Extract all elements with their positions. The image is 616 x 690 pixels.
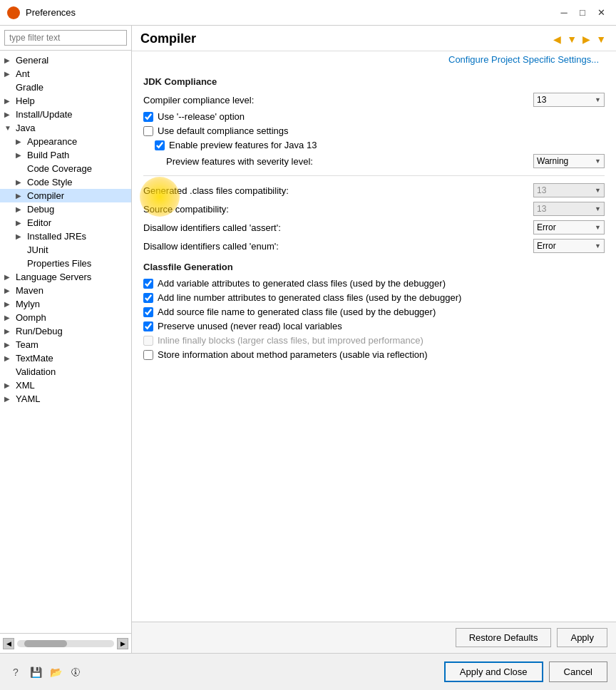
cb6-row: Store information about method parameter…: [143, 349, 605, 360]
use-release-checkbox[interactable]: [143, 112, 153, 122]
sidebar-item-validation[interactable]: Validation: [0, 365, 131, 379]
disallow-assert-arrow: ▼: [595, 224, 601, 231]
apply-button[interactable]: Apply: [557, 628, 607, 647]
sidebar-item-debug[interactable]: ▶Debug: [0, 202, 131, 216]
sidebar-item-label-appearance: Appearance: [27, 136, 77, 147]
cb2-checkbox[interactable]: [143, 293, 153, 303]
configure-project-link[interactable]: Configure Project Specific Settings...: [440, 51, 607, 68]
use-default-label: Use default compliance settings: [158, 125, 289, 136]
sidebar-item-help[interactable]: ▶Help: [0, 94, 131, 108]
sidebar-item-install-update[interactable]: ▶Install/Update: [0, 108, 131, 121]
sidebar-item-label-maven: Maven: [16, 285, 43, 296]
arrow-icon-oomph: ▶: [4, 314, 16, 321]
arrow-icon-build-path: ▶: [16, 151, 27, 159]
sidebar-item-mylyn[interactable]: ▶Mylyn: [0, 297, 131, 311]
nav-back-button[interactable]: ◀: [552, 32, 563, 46]
cb4-checkbox[interactable]: [143, 321, 153, 331]
arrow-icon-ant: ▶: [4, 70, 16, 78]
sidebar-item-run-debug[interactable]: ▶Run/Debug: [0, 324, 131, 338]
sidebar-item-team[interactable]: ▶Team: [0, 338, 131, 351]
disallow-enum-dropdown[interactable]: Error ▼: [533, 239, 605, 253]
compliance-level-dropdown[interactable]: 13 ▼: [533, 93, 605, 107]
sidebar-item-language-servers[interactable]: ▶Language Servers: [0, 270, 131, 284]
restore-defaults-button[interactable]: Restore Defaults: [456, 628, 552, 647]
sidebar-item-gradle[interactable]: Gradle: [0, 81, 131, 94]
sidebar-item-yaml[interactable]: ▶YAML: [0, 392, 131, 406]
sidebar-item-label-team: Team: [16, 339, 38, 350]
nav-dropdown-forward[interactable]: ▼: [595, 32, 607, 46]
scroll-right-arrow[interactable]: ▶: [117, 638, 128, 649]
cb6-checkbox[interactable]: [143, 350, 153, 360]
sidebar-item-appearance[interactable]: ▶Appearance: [0, 135, 131, 148]
sidebar-item-java[interactable]: ▼Java: [0, 121, 131, 135]
jdk-compliance-header: JDK Compliance: [143, 76, 605, 87]
sidebar-item-build-path[interactable]: ▶Build Path: [0, 148, 131, 162]
sidebar-item-label-xml: XML: [16, 380, 35, 391]
sidebar-item-label-validation: Validation: [16, 366, 56, 377]
sidebar-item-code-coverage[interactable]: Code Coverage: [0, 162, 131, 175]
arrow-icon-textmate: ▶: [4, 354, 16, 362]
compliance-level-value: 13: [537, 95, 592, 105]
disallow-assert-value: Error: [537, 222, 592, 232]
sidebar-item-xml[interactable]: ▶XML: [0, 379, 131, 392]
sidebar-item-label-help: Help: [16, 96, 35, 106]
cb4-row: Preserve unused (never read) local varia…: [143, 321, 605, 331]
sidebar-item-properties-files[interactable]: Properties Files: [0, 257, 131, 270]
arrow-icon-appearance: ▶: [16, 138, 27, 145]
sidebar-item-maven[interactable]: ▶Maven: [0, 284, 131, 297]
separator-1: [143, 175, 605, 176]
nav-arrows: ◀ ▼ ▶ ▼: [552, 32, 607, 46]
sidebar-item-general[interactable]: ▶General: [0, 53, 131, 67]
maximize-button[interactable]: □: [575, 5, 590, 21]
cb3-checkbox[interactable]: [143, 307, 153, 317]
cancel-button[interactable]: Cancel: [549, 661, 607, 682]
help-icon[interactable]: ?: [9, 665, 23, 679]
use-default-row: Use default compliance settings: [143, 125, 605, 136]
scroll-track: [17, 640, 114, 647]
sidebar-item-code-style[interactable]: ▶Code Style: [0, 175, 131, 189]
arrow-icon-general: ▶: [4, 56, 16, 64]
source-compat-arrow: ▼: [595, 205, 601, 212]
cb1-checkbox[interactable]: [143, 279, 153, 289]
sidebar-item-ant[interactable]: ▶Ant: [0, 67, 131, 81]
sidebar-item-editor[interactable]: ▶Editor: [0, 216, 131, 230]
page-title: Compiler: [140, 31, 196, 46]
cb6-label: Store information about method parameter…: [158, 349, 428, 360]
minimize-button[interactable]: ─: [556, 5, 572, 21]
use-release-row: Use '--release' option: [143, 111, 605, 122]
sidebar-item-junit[interactable]: JUnit: [0, 243, 131, 257]
sidebar-item-label-code-coverage: Code Coverage: [27, 163, 92, 174]
arrow-icon-help: ▶: [4, 97, 16, 105]
info-icon[interactable]: 🛈: [68, 665, 83, 679]
sidebar-item-installed-jres[interactable]: ▶Installed JREs: [0, 230, 131, 243]
source-compat-dropdown[interactable]: 13 ▼: [533, 202, 605, 216]
sidebar-item-label-compiler: Compiler: [27, 190, 64, 201]
use-default-checkbox[interactable]: [143, 126, 153, 136]
export-icon[interactable]: 💾: [29, 665, 43, 679]
import-icon[interactable]: 📂: [48, 665, 63, 679]
window-title: Preferences: [26, 7, 550, 18]
generated-compat-dropdown[interactable]: 13 ▼: [533, 183, 605, 197]
window-controls: ─ □ ✕: [556, 5, 609, 21]
arrow-icon-java: ▼: [4, 124, 16, 132]
enable-preview-row: Enable preview features for Java 13: [143, 140, 605, 150]
arrow-icon-editor: ▶: [16, 219, 27, 227]
nav-forward-button[interactable]: ▶: [581, 32, 592, 46]
disallow-enum-label: Disallow identifiers called 'enum':: [143, 241, 528, 252]
sidebar-item-label-ant: Ant: [16, 68, 30, 79]
disallow-assert-dropdown[interactable]: Error ▼: [533, 220, 605, 235]
enable-preview-checkbox[interactable]: [155, 140, 165, 150]
main-layout: ▶General▶AntGradle▶Help▶Install/Update▼J…: [0, 26, 616, 653]
preview-severity-dropdown[interactable]: Warning ▼: [533, 154, 605, 168]
scroll-left-arrow[interactable]: ◀: [3, 638, 14, 649]
sidebar-item-textmate[interactable]: ▶TextMate: [0, 351, 131, 365]
sidebar-item-compiler[interactable]: ▶Compiler: [0, 189, 131, 202]
close-button[interactable]: ✕: [593, 5, 609, 21]
apply-and-close-button[interactable]: Apply and Close: [444, 661, 543, 682]
nav-dropdown-back[interactable]: ▼: [565, 32, 578, 46]
preview-severity-arrow: ▼: [595, 158, 601, 165]
search-input[interactable]: [4, 30, 127, 46]
sidebar-item-oomph[interactable]: ▶Oomph: [0, 311, 131, 324]
sidebar: ▶General▶AntGradle▶Help▶Install/Update▼J…: [0, 26, 132, 653]
arrow-icon-xml: ▶: [4, 381, 16, 389]
